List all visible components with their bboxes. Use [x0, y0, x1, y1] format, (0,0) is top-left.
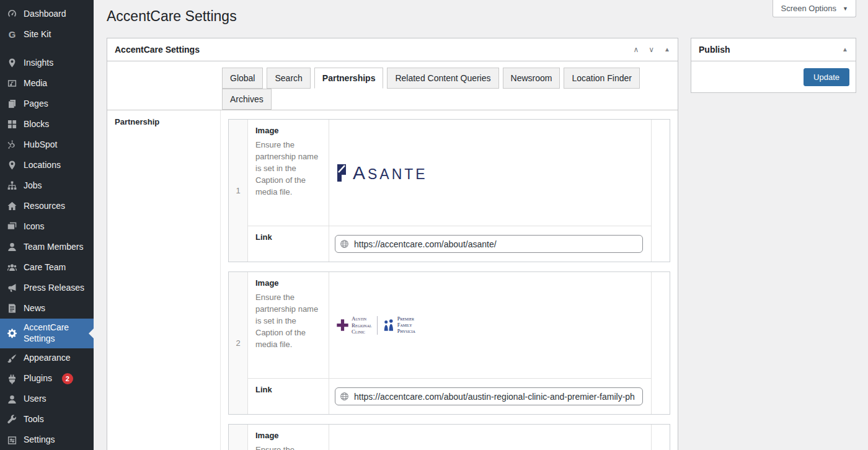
arc-cross-icon [336, 319, 349, 332]
premier-family-physicians-logo: Premier Family Physicia [383, 316, 415, 334]
image-field-label: Image [255, 278, 321, 288]
tab-location-finder[interactable]: Location Finder [564, 68, 640, 89]
tab-related-content-queries[interactable]: Related Content Queries [387, 68, 498, 89]
asante-logo-mark [336, 163, 348, 183]
sidebar-item-resources[interactable]: Resources [0, 196, 94, 216]
globe-icon [340, 239, 349, 249]
user-icon [7, 242, 17, 252]
pin-icon [7, 160, 17, 170]
org-chart-icon [7, 180, 17, 191]
partnership-row-2: 2 Image Ensure the partnership name is s… [228, 271, 670, 415]
sidebar-item-site-kit[interactable]: G Site Kit [0, 24, 94, 45]
link-url-input[interactable] [335, 387, 643, 405]
metabox-header: AccentCare Settings ∧ ∨ ▲ [107, 38, 678, 61]
link-url-input[interactable] [335, 235, 643, 253]
premier-figures-icon [383, 318, 395, 333]
move-down-icon[interactable]: ∨ [649, 46, 654, 53]
tab-search[interactable]: Search [267, 68, 310, 89]
menu-separator [0, 45, 94, 53]
row-number: 2 [229, 272, 248, 414]
screen-options-button[interactable]: Screen Options ▼ [773, 0, 856, 17]
partnership-repeater: 1 Image Ensure the partnership name is s… [221, 110, 678, 450]
image-field-help: Ensure the partnership name is set in th… [255, 292, 321, 350]
tab-archives[interactable]: Archives [222, 89, 272, 110]
megaphone-icon [7, 283, 17, 293]
move-up-icon[interactable]: ∧ [634, 46, 639, 53]
partnership-field-row: Partnership 1 Image Ensure the partnersh… [107, 110, 678, 450]
image-field-help: Ensure the partnership name is set in th… [255, 444, 321, 450]
sidebar-item-blocks[interactable]: Blocks [0, 114, 94, 135]
row-number: 1 [229, 120, 248, 262]
partnership-image-asante[interactable]: ASANTE [336, 163, 428, 183]
media-icon [7, 78, 17, 89]
metabox-title: AccentCare Settings [115, 45, 634, 55]
partnership-field-label: Partnership [115, 117, 159, 126]
image-field-row: Image Ensure the partnership name is set… [248, 425, 651, 450]
publish-header: Publish ▲ [691, 38, 856, 61]
link-field-label: Link [255, 385, 321, 394]
dashboard-icon [7, 9, 17, 19]
chevron-down-icon: ▼ [843, 6, 848, 12]
sidebar-item-hubspot[interactable]: HubSpot [0, 135, 94, 155]
admin-sidebar: Dashboard G Site Kit Insights Media Page… [0, 0, 94, 450]
sidebar-item-dashboard[interactable]: Dashboard [0, 4, 94, 24]
home-icon [7, 201, 17, 211]
row-actions-column [651, 425, 670, 450]
toggle-panel-icon[interactable]: ▲ [842, 46, 848, 53]
field-label-column: Partnership [107, 110, 221, 450]
wrench-icon [7, 415, 17, 425]
plugins-update-badge: 2 [62, 373, 73, 384]
sidebar-item-media[interactable]: Media [0, 73, 94, 94]
metabox-handle-actions: ∧ ∨ ▲ [634, 46, 671, 53]
images-icon [7, 221, 17, 232]
tab-newsroom[interactable]: Newsroom [503, 68, 560, 89]
sidebar-item-jobs[interactable]: Jobs [0, 175, 94, 196]
update-button[interactable]: Update [804, 68, 849, 86]
link-field-label: Link [255, 232, 321, 242]
tab-partnerships[interactable]: Partnerships [314, 68, 384, 89]
sidebar-item-users[interactable]: Users [0, 389, 94, 410]
partnership-row-1: 1 Image Ensure the partnership name is s… [228, 119, 670, 262]
row-number: 3 [229, 425, 248, 450]
sliders-icon [7, 435, 17, 446]
image-field-help: Ensure the partnership name is set in th… [255, 139, 321, 198]
image-field-row: Image Ensure the partnership name is set… [248, 120, 651, 226]
sidebar-item-insights[interactable]: Insights [0, 53, 94, 73]
accentcare-settings-metabox: AccentCare Settings ∧ ∨ ▲ Global Search … [107, 38, 678, 450]
sidebar-item-appearance[interactable]: Appearance [0, 348, 94, 369]
sidebar-item-icons[interactable]: Icons [0, 216, 94, 237]
plug-icon [7, 374, 17, 384]
image-field-label: Image [255, 431, 321, 440]
austin-regional-clinic-logo: Austin Regional Clinic [336, 315, 372, 335]
sidebar-item-news[interactable]: News [0, 298, 94, 319]
tab-global[interactable]: Global [222, 68, 263, 89]
page-title: AccentCare Settings [107, 8, 237, 25]
row-actions-column [651, 120, 670, 262]
partnership-image-arc-premier[interactable]: Austin Regional Clinic Premier [336, 315, 429, 335]
publish-metabox: Publish ▲ Update [691, 38, 856, 93]
blocks-icon [7, 119, 17, 130]
logo-divider [377, 316, 378, 335]
partnership-row-3: 3 Image Ensure the partnership name is s… [228, 424, 670, 450]
sidebar-item-press-releases[interactable]: Press Releases [0, 278, 94, 298]
sidebar-item-accentcare-settings[interactable]: AccentCare Settings [0, 319, 94, 348]
pin-icon [7, 58, 17, 68]
gear-icon [7, 328, 17, 338]
sidebar-item-pages[interactable]: Pages [0, 94, 94, 114]
sidebar-item-care-team[interactable]: Care Team [0, 257, 94, 278]
toggle-panel-icon[interactable]: ▲ [664, 46, 670, 53]
sidebar-item-locations[interactable]: Locations [0, 155, 94, 175]
sidebar-item-team-members[interactable]: Team Members [0, 237, 94, 257]
link-field-row: Link [248, 226, 651, 262]
image-field-label: Image [255, 126, 321, 135]
hubspot-icon [7, 139, 17, 150]
publish-title: Publish [699, 45, 842, 55]
sidebar-item-plugins[interactable]: Plugins 2 [0, 369, 94, 389]
document-icon [7, 303, 17, 314]
sidebar-item-settings[interactable]: Settings [0, 430, 94, 450]
sidebar-item-tools[interactable]: Tools [0, 410, 94, 430]
link-field-row: Link [248, 379, 651, 414]
asante-logo-text: ASANTE [353, 164, 428, 182]
user-icon [7, 394, 17, 405]
pages-icon [7, 99, 17, 109]
